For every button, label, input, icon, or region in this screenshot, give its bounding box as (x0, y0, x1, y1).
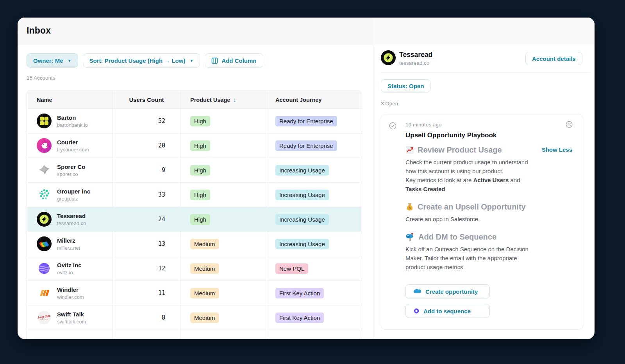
table-columns-icon (211, 57, 218, 64)
account-domain: swifttalk.com (57, 318, 86, 325)
account-domain: bartonbank.io (57, 122, 88, 128)
accounts-count: 15 Accounts (27, 75, 55, 81)
product-usage-badge: Medium (190, 288, 219, 298)
add-to-sequence-button[interactable]: Add to sequence (405, 304, 490, 318)
add-column-button[interactable]: Add Column (205, 53, 263, 67)
account-name: Millerz (57, 237, 80, 244)
playbook-card: 10 minutes ago Upsell Opportunity Playbo… (381, 114, 583, 330)
account-journey-badge: Increasing Usage (275, 239, 329, 249)
column-header-account-journey[interactable]: Account Journey (266, 91, 361, 108)
table-row[interactable]: Swift Talk swifttalk.com 8 Medium First … (27, 305, 361, 330)
users-count-value: 20 (112, 133, 180, 158)
table-row[interactable]: Barton bartonbank.io 52 High Ready for E… (27, 108, 361, 133)
toolbar: Owner: Me ▼ Sort: Product Usage (High → … (27, 53, 263, 67)
tessaread-logo (37, 212, 52, 227)
metric-active-users: Active Users (473, 177, 509, 183)
svg-text:$: $ (409, 206, 411, 210)
account-journey-badge: Increasing Usage (275, 165, 329, 176)
table-header-row: Name Users Count Product Usage ↓ Account… (27, 91, 361, 108)
table-row[interactable]: Millerz millerz.net 13 Medium Increasing… (27, 231, 361, 256)
salesforce-cloud-icon (413, 288, 422, 295)
users-count-value: 24 (112, 207, 180, 231)
table-row[interactable]: Windler windler.com 11 Medium First Key … (27, 281, 361, 305)
account-name: Courier (57, 138, 89, 146)
app-window: Inbox Owner: Me ▼ Sort: Product Usage (H… (18, 18, 595, 339)
step-heading-review-usage: Review Product Usage (405, 145, 534, 155)
account-name: Grouper inc (57, 188, 90, 195)
column-header-product-usage[interactable]: Product Usage ↓ (180, 91, 266, 108)
sporer-logo (37, 163, 52, 178)
table-row[interactable]: Sporer Co sporer.co 9 High Increasing Us… (27, 158, 361, 182)
table-row-partial (27, 330, 361, 339)
account-domain: windler.com (57, 294, 84, 300)
account-journey-badge: Ready for Enterprise (275, 116, 337, 126)
card-title: Upsell Opportunity Playbook (405, 131, 496, 139)
product-usage-badge: Medium (190, 239, 219, 249)
status-filter-button[interactable]: Status: Open (381, 79, 430, 92)
account-domain: tessaread.co (57, 220, 86, 227)
chevron-down-icon: ▼ (189, 59, 193, 63)
account-details-button[interactable]: Account details (525, 52, 582, 65)
step-heading-create-upsell: $ Create an Upsell Opportunity (405, 202, 534, 212)
close-circle-icon[interactable] (566, 121, 573, 128)
account-journey-badge: Increasing Usage (275, 214, 329, 225)
mailbox-emoji (405, 233, 415, 241)
table-row[interactable]: Courier trycourier.com 20 High Ready for… (27, 133, 361, 158)
owner-filter-label: Owner: Me (33, 57, 63, 64)
sort-label: Sort: Product Usage (High → Low) (89, 57, 186, 64)
account-name: Sporer Co (57, 163, 86, 170)
panel-account-name: Tessaread (399, 51, 432, 59)
step-heading-add-dm: Add DM to Sequence (405, 232, 534, 242)
panel-divider-vertical (373, 45, 373, 339)
step-body-review-usage: Check the current product usage to under… (405, 158, 530, 194)
show-less-link[interactable]: Show Less (542, 146, 572, 153)
check-circle-icon[interactable] (389, 122, 396, 130)
chevron-down-icon: ▼ (68, 59, 71, 63)
top-header-right-section (373, 18, 595, 45)
column-header-name[interactable]: Name (27, 91, 112, 108)
card-body: Review Product Usage Check the current p… (405, 145, 534, 272)
sort-descending-icon: ↓ (233, 96, 236, 103)
column-header-users-count[interactable]: Users Count (112, 91, 180, 108)
outreach-badge-icon (413, 307, 420, 314)
account-domain: trycourier.com (57, 146, 89, 153)
tessaread-logo (381, 50, 396, 65)
account-journey-badge: First Key Action (275, 313, 324, 323)
panel-header-divider (381, 73, 590, 73)
product-usage-badge: Medium (190, 263, 219, 274)
owner-filter-dropdown[interactable]: Owner: Me ▼ (27, 53, 78, 67)
account-journey-badge: Increasing Usage (275, 190, 329, 200)
open-count: 3 Open (381, 101, 398, 107)
account-domain: sporer.co (57, 171, 86, 178)
card-actions: Create opportunity Add to sequence (405, 284, 490, 318)
card-timestamp: 10 minutes ago (405, 122, 441, 128)
table-row-selected[interactable]: Tessaread tessaread.co 24 High Increasin… (27, 207, 361, 231)
table-row[interactable]: Ovitz Inc ovitz.io 12 Medium New PQL (27, 256, 361, 281)
page-title: Inbox (27, 25, 51, 36)
swifttalk-logo (37, 310, 52, 325)
account-name: Ovitz Inc (57, 261, 82, 269)
step-body-add-dm: Kick off an Outreach Sequence on the Dec… (405, 245, 530, 272)
account-name: Tessaread (57, 212, 86, 220)
money-bag-emoji: $ (405, 202, 414, 211)
users-count-value: 9 (112, 158, 180, 182)
panel-account-domain: tessaread.co (399, 60, 429, 66)
sort-dropdown[interactable]: Sort: Product Usage (High → Low) ▼ (83, 53, 200, 67)
account-name: Barton (57, 114, 88, 121)
account-journey-badge: First Key Action (275, 288, 324, 298)
chart-increasing-emoji (405, 146, 414, 154)
users-count-value: 52 (112, 109, 180, 133)
product-usage-badge: High (190, 190, 210, 200)
product-usage-badge: Medium (190, 313, 219, 323)
product-usage-badge: High (190, 140, 210, 151)
account-journey-badge: New PQL (275, 263, 308, 274)
windler-logo (37, 286, 52, 300)
table-row[interactable]: Grouper inc group.biz 33 High Increasing… (27, 182, 361, 207)
metric-tasks-created: Tasks Created (405, 186, 445, 192)
accounts-table: Name Users Count Product Usage ↓ Account… (27, 91, 361, 339)
users-count-value: 8 (112, 305, 180, 330)
product-usage-badge: High (190, 165, 210, 176)
grouper-logo (37, 187, 52, 202)
create-opportunity-button[interactable]: Create opportunity (405, 284, 490, 298)
account-journey-badge: Ready for Enterprise (275, 140, 337, 151)
